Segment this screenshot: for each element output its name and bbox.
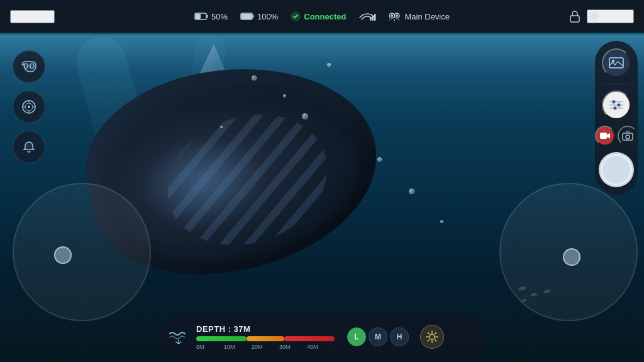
depth-value: DEPTH : 37M: [196, 324, 335, 334]
svg-rect-1: [196, 14, 201, 19]
right-panel: [595, 41, 638, 195]
scale-0m: 0M: [196, 344, 224, 350]
depth-green-bar: [196, 336, 247, 341]
top-bar-left: Return: [10, 10, 86, 23]
filter-icon: [609, 99, 624, 111]
svg-point-32: [430, 334, 435, 339]
mode-L-button[interactable]: L: [347, 327, 366, 346]
top-bar: Return 50% 100%: [0, 0, 644, 33]
sun-icon: [426, 331, 438, 343]
battery2-percent: 100%: [257, 12, 278, 21]
main-device-status: Main Device: [389, 11, 450, 21]
connected-label: Connected: [304, 12, 346, 21]
svg-rect-5: [253, 15, 254, 18]
lock-icon: [569, 10, 580, 23]
bubble: [327, 63, 331, 67]
mode-M-button[interactable]: M: [369, 327, 387, 346]
bubble: [283, 94, 286, 97]
svg-point-26: [613, 101, 616, 104]
return-label: Return: [25, 11, 53, 22]
left-joystick[interactable]: [13, 183, 151, 321]
bubble: [302, 113, 308, 119]
svg-point-28: [614, 107, 617, 110]
svg-rect-2: [207, 15, 208, 18]
mode-H-button[interactable]: H: [390, 327, 409, 346]
svg-rect-8: [372, 16, 374, 21]
filter-button[interactable]: [602, 90, 631, 119]
compass-control-button[interactable]: [13, 90, 45, 123]
svg-rect-29: [600, 133, 607, 139]
svg-point-13: [396, 14, 398, 17]
capture-inner: [602, 156, 630, 184]
device-icon: [389, 11, 401, 21]
left-controls: [13, 50, 45, 163]
video-mode-button[interactable]: [595, 126, 615, 146]
signal-status: [358, 11, 376, 21]
top-bar-right: Setting: [558, 9, 634, 23]
bubble: [440, 220, 443, 223]
bubble: [377, 157, 382, 162]
scale-30m: 30M: [279, 344, 307, 350]
left-joystick-dot: [54, 246, 72, 264]
svg-point-16: [24, 63, 28, 69]
right-joystick[interactable]: [499, 183, 638, 321]
scale-40m: 40M: [307, 344, 335, 350]
media-toggle: [595, 126, 638, 146]
svg-point-11: [391, 14, 393, 17]
panel-divider: [604, 84, 629, 84]
camera-icon: [622, 131, 633, 141]
top-bar-center: 50% 100% Connected: [86, 11, 558, 21]
svg-point-20: [28, 106, 30, 108]
wave-icon: [169, 326, 189, 344]
svg-point-15: [592, 14, 596, 18]
setting-button[interactable]: Setting: [587, 9, 634, 23]
mask-control-button[interactable]: [13, 50, 45, 83]
bell-icon: [21, 140, 36, 155]
bubble: [409, 189, 414, 194]
brightness-button[interactable]: [420, 325, 444, 349]
battery2-status: 100%: [240, 12, 278, 21]
depth-red-bar: [284, 336, 335, 341]
svg-point-27: [618, 104, 621, 107]
gallery-icon: [608, 56, 625, 70]
alert-control-button[interactable]: [13, 131, 45, 163]
mask-icon: [21, 60, 37, 74]
bubble: [220, 126, 223, 128]
depth-bar: DEPTH : 37M 0M 10M 20M 30M 40M L M H: [158, 317, 486, 357]
battery1-percent: 50%: [211, 12, 228, 21]
battery1-status: 50%: [194, 12, 228, 21]
depth-info: DEPTH : 37M 0M 10M 20M 30M 40M: [196, 324, 335, 350]
setting-label: Setting: [603, 11, 633, 22]
depth-icon: [169, 326, 189, 348]
depth-orange-bar: [247, 336, 284, 341]
svg-point-31: [626, 135, 630, 139]
svg-rect-7: [370, 18, 372, 21]
check-circle-icon: [291, 11, 301, 21]
battery2-icon: [240, 12, 254, 21]
gallery-button[interactable]: [602, 48, 631, 77]
arrow-left-icon: [11, 11, 21, 21]
svg-rect-9: [374, 14, 376, 21]
right-joystick-dot: [563, 248, 580, 266]
scale-10m: 10M: [224, 344, 252, 350]
svg-point-22: [612, 60, 614, 62]
svg-rect-14: [570, 16, 579, 22]
mode-buttons: L M H: [347, 327, 409, 346]
return-button[interactable]: Return: [10, 10, 55, 23]
capture-button[interactable]: [599, 152, 634, 187]
bubble: [252, 75, 257, 80]
main-device-label: Main Device: [404, 12, 450, 21]
svg-point-17: [30, 63, 34, 69]
video-icon: [599, 131, 611, 140]
gear-icon: [588, 11, 599, 22]
svg-rect-4: [242, 14, 252, 19]
photo-mode-button[interactable]: [618, 126, 638, 146]
depth-scale-labels: 0M 10M 20M 30M 40M: [196, 344, 335, 350]
compass-icon: [21, 99, 37, 115]
connection-status: Connected: [291, 11, 346, 21]
depth-scale-bar: [196, 336, 335, 341]
signal-icon: [358, 11, 376, 21]
scale-20m: 20M: [252, 344, 279, 350]
battery1-icon: [194, 12, 208, 21]
